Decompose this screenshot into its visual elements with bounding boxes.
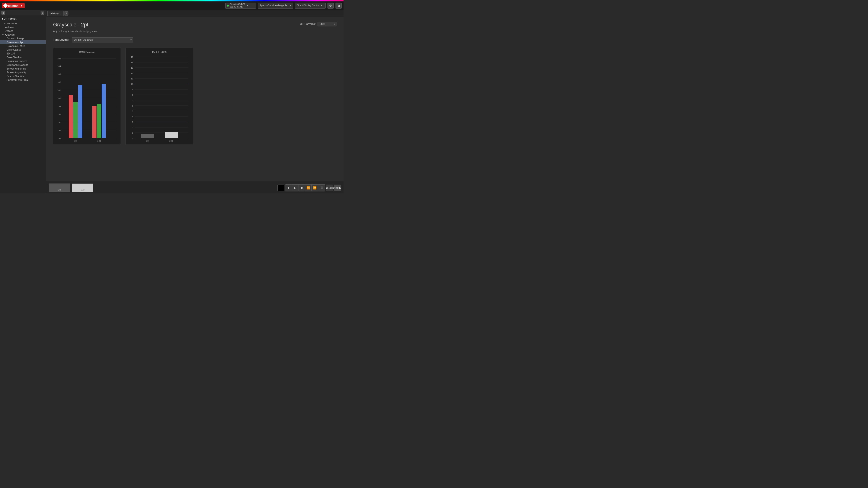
sidebar-collapse[interactable]: ◀ [40, 11, 44, 14]
sidebar-item-spectral-power[interactable]: Spectral Power Dist. [0, 78, 46, 82]
test-levels-row: Test Levels: 2 Point 30,100% 2 Point 20,… [53, 37, 336, 42]
svg-text:1: 1 [132, 132, 133, 134]
settings-icon: ⚙ [329, 4, 332, 7]
rgb-balance-chart: RGB Balance 95 96 97 [53, 48, 121, 145]
next-chevron: ▶ [339, 186, 341, 190]
test-levels-label: Test Levels: [53, 38, 69, 41]
logo-icon [3, 3, 8, 8]
svg-text:13: 13 [131, 67, 133, 69]
bar-100-blue [102, 84, 106, 138]
device1-selector[interactable]: SpectraCal C6 LG G4 OLED ▼ [225, 3, 256, 9]
svg-text:30: 30 [74, 140, 77, 142]
rgb-balance-svg: 95 96 97 98 99 [56, 55, 118, 142]
bar-30-green [73, 102, 78, 138]
svg-text:102: 102 [57, 81, 61, 84]
bar-30-blue [78, 85, 82, 138]
svg-text:11: 11 [131, 77, 133, 80]
device3-arrow: ▼ [320, 4, 322, 7]
svg-text:101: 101 [57, 89, 61, 92]
sidebar-item-screen-uniformity[interactable]: Screen Uniformity [0, 67, 46, 70]
svg-text:8: 8 [132, 94, 133, 96]
toolbar: calman ▼ SpectraCal C6 LG G4 OLED ▼ Spec… [0, 1, 343, 10]
sidebar-item-3d-lut[interactable]: 3D LUT [0, 52, 46, 55]
test-levels-select[interactable]: 2 Point 30,100% 2 Point 20,80% Multi Poi… [72, 37, 133, 42]
de-formula-select[interactable]: 2000 1994 76 CMC [317, 22, 336, 26]
svg-text:105: 105 [57, 58, 61, 60]
sidebar-item-colorchecker[interactable]: ColorChecker [0, 55, 46, 59]
svg-text:6: 6 [132, 105, 133, 107]
back-toolbar-button[interactable]: ◀ [336, 3, 342, 9]
sidebar-item-dynamic-range[interactable]: Dynamic Range [0, 36, 46, 40]
svg-text:103: 103 [57, 73, 61, 75]
svg-text:12: 12 [131, 72, 133, 74]
nav-tree: ▼Welcome Welcome Options ▼Analysis Dynam… [0, 21, 46, 193]
svg-text:4: 4 [132, 116, 133, 118]
device1-arrow: ▼ [246, 4, 248, 7]
content-area: History 1 + dE Formula: 2000 1994 76 CMC… [46, 10, 343, 193]
svg-text:30: 30 [146, 140, 149, 142]
svg-text:14: 14 [131, 61, 133, 64]
rewind-button[interactable]: ⏪ [305, 185, 312, 191]
back-button[interactable]: ◀ Back [326, 185, 333, 191]
svg-text:100: 100 [97, 140, 101, 142]
svg-text:7: 7 [132, 99, 133, 102]
back-chevron: ◀ [326, 186, 328, 190]
back-toolbar-icon: ◀ [337, 4, 340, 7]
sidebar-item-color-gamut[interactable]: Color Gamut [0, 48, 46, 52]
sidebar-item-luminance-sweeps[interactable]: Luminance Sweeps [0, 63, 46, 67]
de-formula-select-wrapper: 2000 1994 76 CMC [317, 22, 336, 26]
sidebar-item-grayscale-multi[interactable]: Grayscale - Multi [0, 44, 46, 48]
sidebar-item-screen-stability[interactable]: Screen Stability [0, 74, 46, 78]
deltae-chart: DeltaE 2000 0 1 2 3 [126, 48, 193, 145]
page-subtitle: Adjust the gains and cuts for grayscale. [53, 30, 336, 33]
record-button[interactable]: ⏺ [299, 185, 305, 191]
bar-100-red [92, 106, 96, 138]
tab-add-button[interactable]: + [64, 11, 68, 15]
svg-text:96: 96 [59, 129, 61, 132]
device2-selector[interactable]: SpectraCal VideoForge Pro ▼ [258, 3, 293, 9]
play-button[interactable]: ▶ [292, 185, 299, 191]
bottom-area: 30 100 ■ ▶ ⏺ ⏪ ⏩ ☰ ◀ Back [46, 182, 343, 193]
svg-text:3: 3 [132, 121, 133, 123]
sidebar-item-welcome-group[interactable]: ▼Welcome [0, 22, 46, 25]
sidebar-item-grayscale-2pt[interactable]: Grayscale - 2pt [0, 40, 46, 44]
device1-name: SpectraCal C6 [230, 3, 245, 6]
logo-text: calman [8, 4, 19, 7]
next-button[interactable]: Next ▶ [334, 185, 341, 191]
device2-name: SpectraCal VideoForge Pro [259, 4, 288, 7]
bar-de-30 [141, 134, 154, 138]
sidebar-toggle[interactable]: ■ [1, 11, 5, 14]
svg-text:95: 95 [59, 137, 61, 139]
rgb-balance-title: RGB Balance [56, 51, 118, 54]
sidebar-item-saturation-sweeps[interactable]: Saturation Sweeps [0, 59, 46, 63]
bar-30-red [69, 95, 73, 138]
bar-100-green [97, 104, 101, 138]
forward-button[interactable]: ⏩ [312, 185, 318, 191]
menu-button[interactable]: ☰ [318, 185, 325, 191]
tab-history1[interactable]: History 1 [48, 11, 64, 16]
logo-button[interactable]: calman ▼ [2, 3, 25, 8]
svg-text:15: 15 [131, 56, 133, 58]
black-square [277, 185, 284, 191]
sidebar-item-analysis-group[interactable]: ▼Analysis [0, 33, 46, 36]
next-label: Next [333, 186, 339, 190]
stop-button[interactable]: ■ [285, 185, 292, 191]
patch-30: 30 [49, 184, 70, 192]
device1-indicator [227, 5, 229, 7]
sidebar-item-options[interactable]: Options [0, 29, 46, 33]
device3-selector[interactable]: Direct Display Control ▼ [295, 3, 326, 9]
svg-text:98: 98 [59, 113, 61, 116]
logo-dropdown-arrow: ▼ [21, 4, 23, 7]
nav-buttons: ■ ▶ ⏺ ⏪ ⏩ ☰ ◀ Back Next ▶ [277, 184, 341, 191]
svg-text:104: 104 [57, 65, 61, 67]
settings-button[interactable]: ⚙ [328, 3, 334, 9]
de-formula-label: dE Formula: [300, 22, 316, 26]
patch-100-label: 100 [81, 189, 85, 191]
svg-text:10: 10 [131, 83, 133, 85]
transport-controls: ■ ▶ ⏺ ⏪ ⏩ ☰ [285, 184, 325, 191]
deltae-svg: 0 1 2 3 4 [128, 55, 191, 142]
sidebar-item-screen-angularity[interactable]: Screen Angularity [0, 70, 46, 74]
patch-100: 100 [72, 184, 93, 192]
sidebar-item-welcome[interactable]: Welcome [0, 25, 46, 29]
svg-text:100: 100 [169, 140, 173, 142]
